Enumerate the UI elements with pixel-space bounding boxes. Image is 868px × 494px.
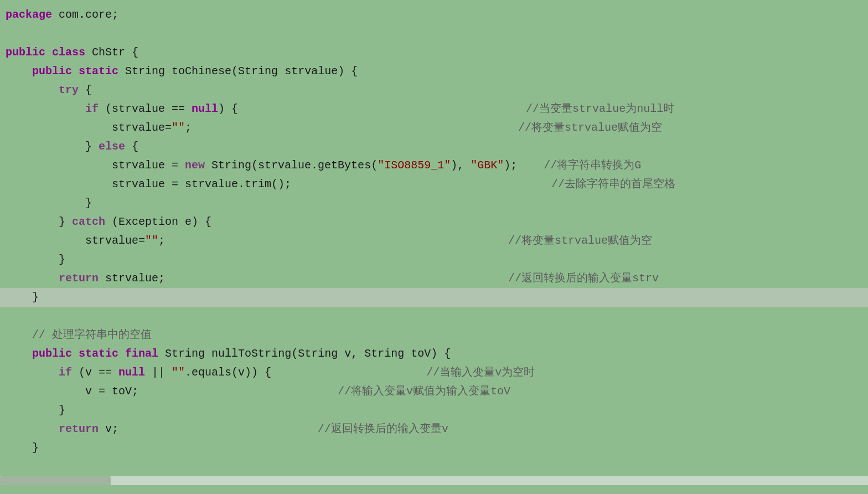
code-line-5: try { [0, 81, 868, 100]
code-line-20: if (v == null || "".equals(v)) {//当输入变量v… [0, 363, 868, 382]
code-line-14: } [0, 250, 868, 269]
code-line-6: if (strvalue == null) {//当变量strvalue为nul… [0, 100, 868, 119]
code-line-16: } [0, 288, 868, 307]
scrollbar-thumb[interactable] [0, 476, 111, 485]
keyword-class: class [52, 46, 85, 59]
code-line-19: public static final String nullToString(… [0, 344, 868, 363]
code-line-23: return v;//返回转换后的输入变量v [0, 420, 868, 439]
code-line-18: // 处理字符串中的空值 [0, 326, 868, 344]
code-editor: package com.core; public class ChStr { p… [0, 0, 868, 476]
code-line-15: return strvalue;//返回转换后的输入变量strv [0, 269, 868, 288]
code-line-7: strvalue="";//将变量strvalue赋值为空 [0, 119, 868, 137]
horizontal-scrollbar[interactable] [0, 476, 868, 485]
code-line-4: public static String toChinese(String st… [0, 62, 868, 81]
keyword-public: public [6, 46, 45, 59]
code-line-24: } [0, 439, 868, 457]
code-line-2 [0, 24, 868, 43]
code-line-10: strvalue = strvalue.trim();//去除字符串的首尾空格 [0, 175, 868, 194]
code-line-11: } [0, 194, 868, 213]
code-line-17 [0, 307, 868, 326]
code-line-12: } catch (Exception e) { [0, 213, 868, 231]
code-line-9: strvalue = new String(strvalue.getBytes(… [0, 156, 868, 175]
code-line-21: v = toV;//将输入变量v赋值为输入变量toV [0, 382, 868, 401]
code-line-22: } [0, 401, 868, 420]
code-line-8: } else { [0, 137, 868, 156]
keyword-package: package [6, 8, 52, 21]
code-line-3: public class ChStr { [0, 43, 868, 62]
code-line-13: strvalue="";//将变量strvalue赋值为空 [0, 231, 868, 250]
code-line-1: package com.core; [0, 6, 868, 24]
